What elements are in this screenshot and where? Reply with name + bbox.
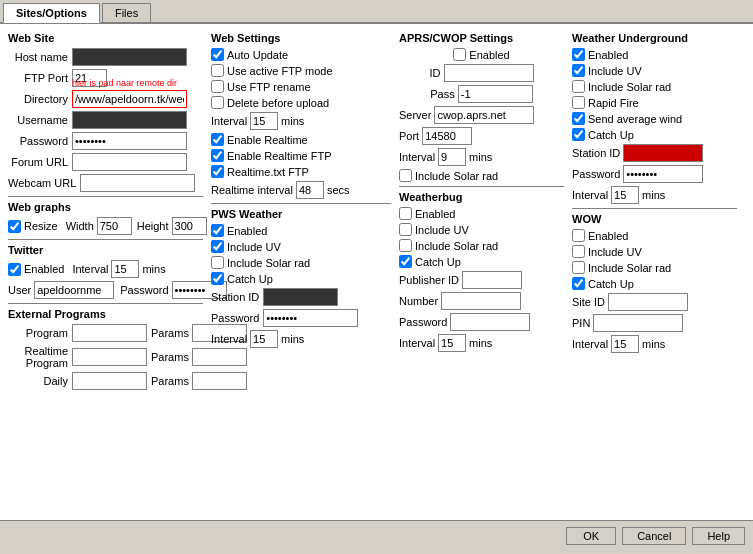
realtimetxtftp-checkbox[interactable] [211,165,224,178]
pws-catchup-checkbox[interactable] [211,272,224,285]
ws-interval-input[interactable] [250,112,278,130]
wow-catchup-checkbox[interactable] [572,277,585,290]
wu-rapidfire-checkbox[interactable] [572,96,585,109]
aprs-pass-input[interactable] [458,85,533,103]
ftprename-checkbox[interactable] [211,80,224,93]
wu-includesolar-checkbox[interactable] [572,80,585,93]
forumurl-label: Forum URL [8,156,68,168]
aprs-includesolar-checkbox[interactable] [399,169,412,182]
aprs-enabled-checkbox[interactable] [453,48,466,61]
aprs-mins-label: mins [469,151,492,163]
aprs-interval-input[interactable] [438,148,466,166]
realtimeinterval-label: Realtime interval [211,184,293,196]
wu-catchup-checkbox[interactable] [572,128,585,141]
width-input[interactable] [97,217,132,235]
enablerealtimeftp-checkbox[interactable] [211,149,224,162]
aprs-server-input[interactable] [434,106,534,124]
realtimeinterval-input[interactable] [296,181,324,199]
wb-number-input[interactable] [441,292,521,310]
help-button[interactable]: Help [692,527,745,545]
wow-pin-label: PIN [572,317,590,329]
aprs-id-input[interactable] [444,64,534,82]
deletebefore-checkbox[interactable] [211,96,224,109]
deletebefore-row: Delete before upload [211,96,391,109]
realtimetxtftp-label: Realtime.txt FTP [227,166,309,178]
height-input[interactable] [172,217,207,235]
daily-input[interactable] [72,372,147,390]
wb-enabled-row: Enabled [399,207,564,220]
resize-checkbox[interactable] [8,220,21,233]
autoupdate-checkbox[interactable] [211,48,224,61]
weatherbug-section: Weatherbug Enabled Include UV Include So… [399,191,564,352]
forumurl-input[interactable] [72,153,187,171]
wu-interval-input[interactable] [611,186,639,204]
twitter-enabled-checkbox[interactable] [8,263,21,276]
wu-password-row: Password [572,165,737,183]
pws-includesolar-label: Include Solar rad [227,257,310,269]
wb-enabled-checkbox[interactable] [399,207,412,220]
wu-mins-label: mins [642,189,665,201]
wb-publisherid-input[interactable] [462,271,522,289]
realtimeinterval-secs-label: secs [327,184,350,196]
wb-mins-label: mins [469,337,492,349]
aprs-pass-row: Pass [399,85,564,103]
tab-sites-options[interactable]: Sites/Options [3,3,100,23]
pws-password-input[interactable] [263,309,358,327]
pws-includesolar-checkbox[interactable] [211,256,224,269]
wow-siteid-input[interactable] [608,293,688,311]
wu-enabled-checkbox[interactable] [572,48,585,61]
wu-stationid-input[interactable] [623,144,703,162]
wb-catchup-checkbox[interactable] [399,255,412,268]
tab-files[interactable]: Files [102,3,151,22]
params-label-1: Params [151,327,189,339]
wb-number-row: Number [399,292,564,310]
wow-interval-input[interactable] [611,335,639,353]
wow-pin-input[interactable] [593,314,683,332]
aprs-port-input[interactable] [422,127,472,145]
autoupdate-label: Auto Update [227,49,288,61]
twitter-interval-input[interactable] [111,260,139,278]
aprs-port-row: Port [399,127,564,145]
directory-row: Directory hier is pad naar remote dir [8,90,203,108]
pws-interval-input[interactable] [250,330,278,348]
wb-password-input[interactable] [450,313,530,331]
wu-sendavgwind-row: Send average wind [572,112,737,125]
pws-catchup-label: Catch Up [227,273,273,285]
wu-password-input[interactable] [623,165,703,183]
ok-button[interactable]: OK [566,527,616,545]
enablerealtime-checkbox[interactable] [211,133,224,146]
hostname-input[interactable] [72,48,187,66]
wb-includesolar-checkbox[interactable] [399,239,412,252]
wow-includesolar-checkbox[interactable] [572,261,585,274]
realtimeinterval-row: Realtime interval secs [211,181,391,199]
pws-interval-label: Interval [211,333,247,345]
pws-stationid-input[interactable] [263,288,338,306]
password-input[interactable] [72,132,187,150]
twitter-user-input[interactable] [34,281,114,299]
wb-catchup-row: Catch Up [399,255,564,268]
activeftp-row: Use active FTP mode [211,64,391,77]
wow-title: WOW [572,213,737,225]
wu-rapidfire-row: Rapid Fire [572,96,737,109]
username-input[interactable] [72,111,187,129]
wb-interval-input[interactable] [438,334,466,352]
cancel-button[interactable]: Cancel [622,527,686,545]
webcamurl-input[interactable] [80,174,195,192]
pws-includeuv-checkbox[interactable] [211,240,224,253]
wu-sendavgwind-checkbox[interactable] [572,112,585,125]
program-input[interactable] [72,324,147,342]
wow-enabled-checkbox[interactable] [572,229,585,242]
wunderground-title: Weather Underground [572,32,737,44]
activeftp-checkbox[interactable] [211,64,224,77]
wu-stationid-label: Station ID [572,147,620,159]
bottom-bar: OK Cancel Help [0,520,753,550]
realtime-program-input[interactable] [72,348,147,366]
wow-includeuv-checkbox[interactable] [572,245,585,258]
pws-enabled-checkbox[interactable] [211,224,224,237]
wu-includeuv-label: Include UV [588,65,642,77]
directory-input[interactable] [72,90,187,108]
wu-includeuv-checkbox[interactable] [572,64,585,77]
password-label: Password [8,135,68,147]
wu-includesolar-row: Include Solar rad [572,80,737,93]
wb-includeuv-checkbox[interactable] [399,223,412,236]
